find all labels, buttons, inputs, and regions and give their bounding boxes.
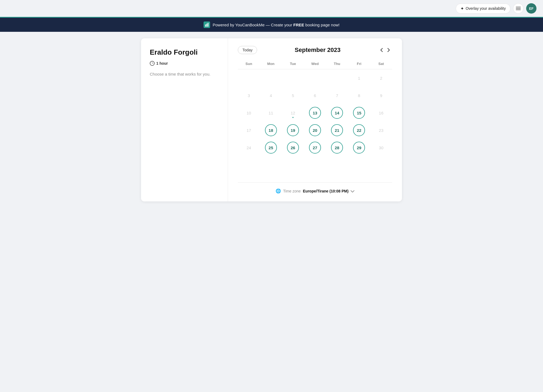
calendar-day-cell[interactable]: 21 [326,122,348,139]
globe-icon: 🌐 [276,188,281,194]
day-number[interactable]: 20 [309,124,321,136]
calendar-week-row: 24252627282930 [238,139,392,156]
day-number: 11 [265,107,277,119]
description-text: Choose a time that works for you. [150,71,219,77]
overlay-btn-label: Overlay your availability [466,6,506,11]
hamburger-icon [516,7,521,10]
calendar-day-cell [304,69,326,87]
timezone-value: Europe/Tirane (10:08 PM) [303,189,349,193]
day-number[interactable]: 27 [309,142,321,154]
ycbm-icon [204,21,210,28]
duration-badge: 1 hour [150,61,168,66]
calendar-day-cell: 11 [260,104,282,122]
calendar-day-cell: 16 [370,104,392,122]
day-number: 2 [375,72,387,84]
calendar-day-cell: 8 [348,87,370,104]
day-number[interactable]: 26 [287,142,299,154]
calendar-day-cell[interactable]: 29 [348,139,370,156]
svg-rect-3 [205,24,206,27]
calendar-day-cell[interactable]: 14 [326,104,348,122]
day-number[interactable]: 19 [287,124,299,136]
timezone-footer: 🌐 Time zone Europe/Tirane (10:08 PM) [238,182,392,194]
promo-banner[interactable]: Powered by YouCanBookMe — Create your FR… [0,17,543,32]
day-number[interactable]: 28 [331,142,343,154]
right-panel: Today September 2023 Sun Mon Tue Wed [228,38,402,201]
weekday-wed: Wed [304,60,326,69]
calendar-day-cell: 7 [326,87,348,104]
avatar-button[interactable]: EF [526,3,536,14]
day-number[interactable]: 15 [353,107,365,119]
calendar-weekday-header-row: Sun Mon Tue Wed Thu Fri Sat [238,60,392,69]
calendar-day-cell[interactable]: 20 [304,122,326,139]
month-title: September 2023 [257,46,378,54]
calendar-day-cell[interactable]: 18 [260,122,282,139]
day-number: 24 [243,142,255,154]
day-number: 16 [375,107,387,119]
calendar-day-cell: 30 [370,139,392,156]
weekday-mon: Mon [260,60,282,69]
calendar-day-cell[interactable]: 28 [326,139,348,156]
chevron-left-icon [380,48,383,52]
day-number: 7 [331,89,343,101]
next-month-button[interactable] [385,47,392,53]
calendar-grid: Sun Mon Tue Wed Thu Fri Sat 123456789101… [238,60,392,156]
day-number[interactable]: 22 [353,124,365,136]
calendar-day-cell[interactable]: 13 [304,104,326,122]
menu-button[interactable] [513,3,523,14]
day-number[interactable]: 25 [265,142,277,154]
today-button[interactable]: Today [238,46,257,54]
day-number: 4 [265,89,277,101]
calendar-day-cell: 2 [370,69,392,87]
day-number[interactable]: 21 [331,124,343,136]
sparkle-icon: ✦ [460,6,464,11]
avatar-initials: EF [529,7,534,11]
calendar-day-cell [238,69,260,87]
chevron-right-icon [387,48,390,52]
calendar-day-cell: 5 [282,87,304,104]
calendar-week-row: 3456789 [238,87,392,104]
calendar-day-cell: 3 [238,87,260,104]
calendar-day-cell: 23 [370,122,392,139]
calendar-day-cell[interactable]: 26 [282,139,304,156]
day-number: 12 [287,107,299,119]
prev-month-button[interactable] [378,47,385,53]
day-number[interactable]: 14 [331,107,343,119]
day-number: 1 [353,72,365,84]
calendar-week-row: 12 [238,69,392,87]
svg-rect-2 [516,10,521,10]
timezone-chevron-icon[interactable] [351,188,354,194]
day-number: 8 [353,89,365,101]
banner-text: Powered by YouCanBookMe — Create your FR… [213,23,340,27]
calendar-header: Today September 2023 [238,46,392,54]
left-panel: Eraldo Forgoli 1 hour Choose a time that… [141,38,228,201]
svg-rect-1 [516,8,521,9]
day-number: 6 [309,89,321,101]
day-number[interactable]: 13 [309,107,321,119]
calendar-day-cell[interactable]: 15 [348,104,370,122]
day-number[interactable]: 29 [353,142,365,154]
day-number: 9 [375,89,387,101]
calendar-day-cell[interactable]: 25 [260,139,282,156]
weekday-tue: Tue [282,60,304,69]
calendar-day-cell[interactable]: 22 [348,122,370,139]
svg-rect-0 [516,7,521,7]
calendar-day-cell: 9 [370,87,392,104]
day-number: 3 [243,89,255,101]
overlay-availability-button[interactable]: ✦ Overlay your availability [456,4,510,14]
duration-label: 1 hour [156,61,168,66]
calendar-day-cell: 6 [304,87,326,104]
calendar-day-cell[interactable]: 27 [304,139,326,156]
day-number: 30 [375,142,387,154]
day-number: 17 [243,124,255,136]
host-name: Eraldo Forgoli [150,48,219,57]
day-number: 10 [243,107,255,119]
calendar-day-cell: 10 [238,104,260,122]
day-number[interactable]: 18 [265,124,277,136]
calendar-day-cell: 24 [238,139,260,156]
weekday-sat: Sat [370,60,392,69]
svg-rect-5 [208,23,208,27]
calendar-day-cell[interactable]: 19 [282,122,304,139]
weekday-sun: Sun [238,60,260,69]
svg-rect-4 [206,24,207,27]
calendar-day-cell: 12 [282,104,304,122]
